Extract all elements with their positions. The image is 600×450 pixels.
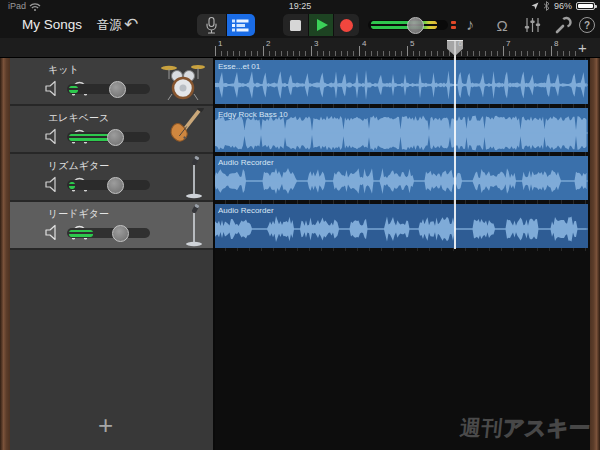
arrangement-area[interactable]: Esse...et 01 Edgy Rock Bass 10 Audio Rec… (213, 58, 590, 450)
mute-icon[interactable] (44, 176, 63, 193)
track-name: リードギター (48, 207, 109, 221)
record-icon (340, 19, 353, 32)
track-header-column: キット エレキベース (10, 58, 215, 450)
track-volume-slider[interactable] (67, 228, 150, 238)
undo-button[interactable]: ↶ (124, 12, 138, 38)
volume-knob[interactable] (407, 17, 424, 34)
ruler-measure-label: 5 (410, 39, 414, 48)
master-volume-slider[interactable] (368, 18, 448, 32)
track-name: リズムギター (48, 159, 109, 173)
track-name: エレキベース (48, 111, 109, 125)
region-bass[interactable]: Edgy Rock Bass 10 (213, 108, 588, 152)
mixer-faders-icon (523, 16, 541, 34)
ruler-measure-label: 7 (506, 39, 510, 48)
mute-icon[interactable] (44, 128, 63, 145)
region-label: Esse...et 01 (218, 62, 260, 71)
track-volume-slider[interactable] (67, 180, 150, 190)
transport-controls (283, 14, 359, 36)
bluetooth-icon (543, 1, 550, 11)
region-label: Audio Recorder (218, 206, 274, 215)
jam-session-button[interactable]: Ω (492, 12, 512, 38)
play-button[interactable] (309, 14, 334, 36)
clip-indicator (451, 21, 456, 31)
wrench-icon (553, 16, 572, 35)
region-label: Audio Recorder (218, 158, 274, 167)
record-button[interactable] (334, 14, 359, 36)
add-region-button[interactable]: + (578, 39, 587, 56)
watermark-part1: 週刊 (458, 416, 503, 439)
instrument-view-button[interactable] (197, 14, 226, 36)
bass-guitar-image (164, 108, 206, 150)
loop-icon: Ω (496, 17, 507, 34)
track-volume-slider[interactable] (67, 84, 150, 94)
watermark: 週刊アスキー (458, 414, 591, 442)
stop-icon (290, 20, 301, 31)
timeline-ruler[interactable]: 12345678 + (0, 38, 600, 58)
microphone-stand-image (182, 204, 206, 247)
apple-loops-button[interactable]: ♪ (460, 12, 480, 38)
track-level-meter (69, 86, 78, 93)
microphone-icon (205, 16, 218, 35)
tracks-view-button[interactable] (227, 14, 256, 36)
track-name: キット (48, 63, 79, 77)
track-volume-knob[interactable] (112, 225, 129, 242)
track-level-meter (69, 182, 75, 189)
track-header-lead-guitar[interactable]: リードギター (10, 202, 213, 250)
track-header-rhythm-guitar[interactable]: リズムギター (10, 154, 213, 202)
battery-icon (576, 2, 595, 10)
view-toggle (197, 14, 255, 36)
location-icon (531, 2, 539, 10)
clock: 19:25 (0, 1, 600, 11)
waveform (213, 60, 588, 104)
track-level-meter (69, 230, 93, 237)
track-volume-knob[interactable] (107, 177, 124, 194)
drum-kit-image (160, 60, 206, 102)
status-bar: iPad 19:25 96% (0, 0, 600, 12)
ruler-measure-label: 4 (362, 39, 366, 48)
play-icon (317, 19, 328, 31)
level-meter (371, 21, 437, 29)
stop-button[interactable] (283, 14, 308, 36)
add-track-button[interactable]: + (98, 410, 113, 441)
track-volume-knob[interactable] (107, 129, 124, 146)
my-songs-button[interactable]: My Songs (22, 12, 82, 38)
track-volume-knob[interactable] (109, 81, 126, 98)
garageband-app: iPad 19:25 96% My Songs 音源 ↶ (0, 0, 600, 450)
ruler-measure-label: 2 (266, 39, 270, 48)
help-button[interactable]: ? (577, 12, 597, 38)
note-icon: ♪ (466, 16, 474, 34)
playhead-line[interactable] (454, 40, 456, 249)
region-audio-2[interactable]: Audio Recorder (213, 204, 588, 248)
track-controls-button[interactable] (522, 12, 542, 38)
region-drums[interactable]: Esse...et 01 (213, 60, 588, 104)
mute-icon[interactable] (44, 224, 63, 241)
toolbar: My Songs 音源 ↶ (0, 12, 600, 38)
instruments-button[interactable]: 音源 (97, 12, 122, 38)
ruler-measure-label: 8 (554, 39, 558, 48)
ruler-measure-label: 3 (314, 39, 318, 48)
tracks-view-icon (232, 19, 249, 32)
region-audio-1[interactable]: Audio Recorder (213, 156, 588, 200)
battery-percent: 96% (554, 1, 572, 11)
help-icon: ? (579, 17, 595, 33)
microphone-stand-image (182, 156, 206, 199)
wood-frame-right (590, 38, 600, 450)
watermark-part2: アスキー (501, 416, 591, 439)
song-settings-button[interactable] (552, 12, 572, 38)
wood-frame-left (0, 38, 10, 450)
track-volume-slider[interactable] (67, 132, 150, 142)
region-label: Edgy Rock Bass 10 (218, 110, 288, 119)
track-header-bass[interactable]: エレキベース (10, 106, 213, 154)
ruler-measure-label: 1 (218, 39, 222, 48)
mute-icon[interactable] (44, 80, 63, 97)
track-header-kit[interactable]: キット (10, 58, 213, 106)
